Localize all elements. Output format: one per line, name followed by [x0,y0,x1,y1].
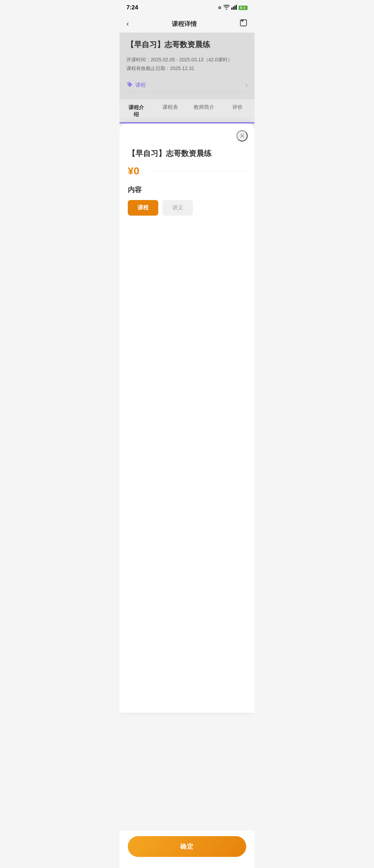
tab-teacher[interactable]: 教师简介 [187,99,221,122]
confirm-bar: 确定 [119,831,255,868]
modal-header: ✕ [119,123,255,145]
course-info: 开课时间：2025.02.05 - 2025.03.13（42.0课时） 课程有… [126,55,248,73]
status-time: 7:24 [126,4,138,11]
price-divider [148,171,246,171]
back-button[interactable]: ‹ [126,19,129,28]
course-tag-label: 课程 [135,82,146,88]
svg-point-5 [128,83,129,84]
content-section-title: 内容 [128,185,246,194]
modal-price: ¥0 [128,165,246,177]
tab-bar: 课程介 绍 课程表 教师简介 评价 [119,99,255,123]
close-button[interactable]: ✕ [237,130,248,141]
notes-type-button[interactable]: 讲义 [162,200,193,216]
background-content: 【早自习】志哥数资晨练 开课时间：2025.02.05 - 2025.03.13… [119,33,255,99]
tab-schedule[interactable]: 课程表 [153,99,187,122]
signal-icon [231,5,237,11]
battery-icon: 6 ⚡ [239,6,248,10]
tag-icon [126,81,133,89]
status-bar: 7:24 ✲ 6 ⚡ [119,0,255,15]
wifi-icon [223,5,230,11]
page-title: 课程详情 [172,20,197,28]
nav-bar: ‹ 课程详情 [119,15,255,33]
svg-rect-3 [236,5,237,10]
bg-course-title: 【早自习】志哥数资晨练 [126,40,248,50]
bluetooth-icon: ✲ [218,5,222,10]
modal-course-title: 【早自习】志哥数资晨练 [128,148,246,159]
course-tag-link[interactable]: 课程 › [126,78,248,92]
content-type-buttons: 课程 讲义 [128,200,246,216]
svg-rect-0 [231,8,232,10]
course-type-button[interactable]: 课程 [128,200,158,216]
tag-arrow-icon: › [246,81,248,89]
confirm-button[interactable]: 确定 [128,836,246,857]
share-button[interactable] [239,19,248,29]
svg-rect-2 [234,6,235,10]
tab-reviews[interactable]: 评价 [221,99,255,122]
modal-body: 【早自习】志哥数资晨练 ¥0 内容 课程 讲义 [119,145,255,257]
tab-course-intro[interactable]: 课程介 绍 [119,99,153,122]
purchase-modal: ✕ 【早自习】志哥数资晨练 ¥0 内容 课程 讲义 [119,123,255,713]
status-icons: ✲ 6 ⚡ [218,5,248,11]
svg-rect-1 [233,7,234,10]
